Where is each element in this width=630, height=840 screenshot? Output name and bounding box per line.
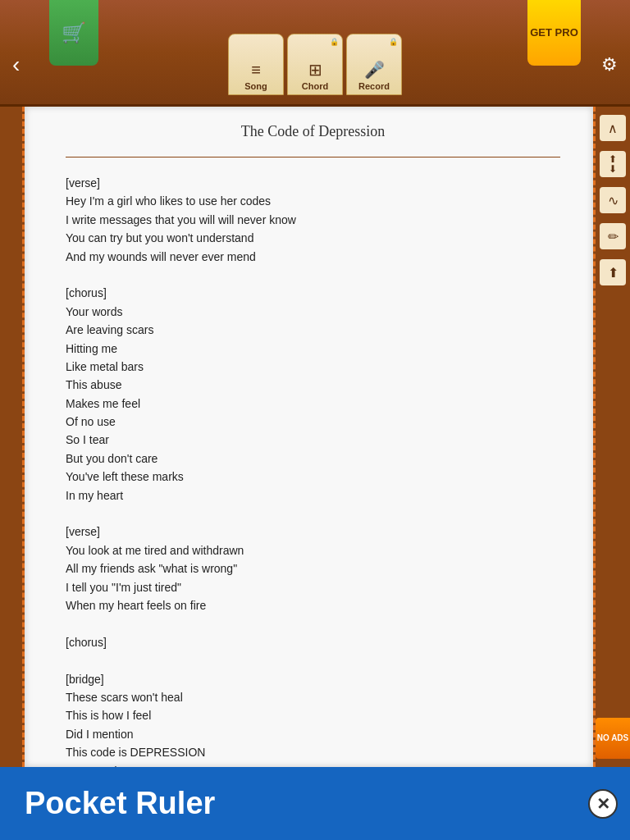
- settings-button[interactable]: ⚙: [601, 54, 618, 75]
- song-tab-icon: ≡: [251, 61, 261, 80]
- left-border: [0, 107, 25, 767]
- chord-tab-label: Chord: [302, 81, 328, 91]
- back-button[interactable]: ‹: [12, 52, 20, 78]
- wave-down-tool[interactable]: ∿: [600, 187, 626, 213]
- chord-lock-icon: 🔒: [330, 38, 339, 46]
- settings-icon: ⚙: [601, 54, 618, 75]
- ad-bar: Pocket Ruler ✕: [0, 767, 630, 840]
- song-tab-label: Song: [244, 81, 267, 91]
- cart-button[interactable]: 🛒: [49, 0, 98, 66]
- cart-icon: 🛒: [62, 21, 86, 44]
- tab-group: ≡ Song 🔒 ⊞ Chord 🔒 🎤 Record: [228, 34, 402, 95]
- close-icon: ✕: [596, 794, 610, 814]
- lyrics-text: [verse] Hey I'm a girl who likes to use …: [66, 174, 560, 767]
- record-lock-icon: 🔒: [389, 38, 398, 46]
- share-tool[interactable]: ⬆: [600, 259, 626, 285]
- no-ads-button[interactable]: NO ADS: [596, 718, 630, 759]
- notebook[interactable]: The Code of Depression [verse] Hey I'm a…: [25, 107, 593, 767]
- tab-record[interactable]: 🔒 🎤 Record: [346, 34, 402, 95]
- arrows-icon: ⬆⬇: [609, 154, 617, 174]
- chord-tab-icon: ⊞: [308, 60, 322, 80]
- share-icon: ⬆: [608, 265, 619, 281]
- back-icon: ‹: [12, 52, 20, 77]
- top-bar: 🛒 ‹ ≡ Song 🔒 ⊞ Chord 🔒 🎤 Record GET PRO …: [0, 0, 630, 107]
- wave-down-icon: ∿: [608, 193, 619, 208]
- main-area: The Code of Depression [verse] Hey I'm a…: [0, 107, 630, 767]
- get-pro-label: GET PRO: [530, 26, 578, 39]
- right-sidebar: ∧ ⬆⬇ ∿ ✏ ⬆ NO ADS: [593, 107, 630, 767]
- song-content: The Code of Depression [verse] Hey I'm a…: [25, 107, 593, 767]
- wave-up-icon: ∧: [608, 121, 618, 136]
- wave-up-tool[interactable]: ∧: [600, 115, 626, 141]
- close-ad-button[interactable]: ✕: [588, 789, 618, 819]
- arrows-tool[interactable]: ⬆⬇: [600, 151, 626, 177]
- record-tab-icon: 🎤: [364, 60, 385, 80]
- tab-chord[interactable]: 🔒 ⊞ Chord: [287, 34, 343, 95]
- record-tab-label: Record: [358, 81, 390, 91]
- tab-song[interactable]: ≡ Song: [228, 34, 284, 95]
- get-pro-button[interactable]: GET PRO: [527, 0, 581, 66]
- no-ads-label: NO ADS: [597, 733, 629, 743]
- pencil-tool[interactable]: ✏: [600, 223, 626, 249]
- divider: [66, 157, 560, 158]
- pencil-icon: ✏: [608, 229, 619, 244]
- song-title: The Code of Depression: [66, 123, 560, 140]
- ad-label: Pocket Ruler: [25, 786, 215, 821]
